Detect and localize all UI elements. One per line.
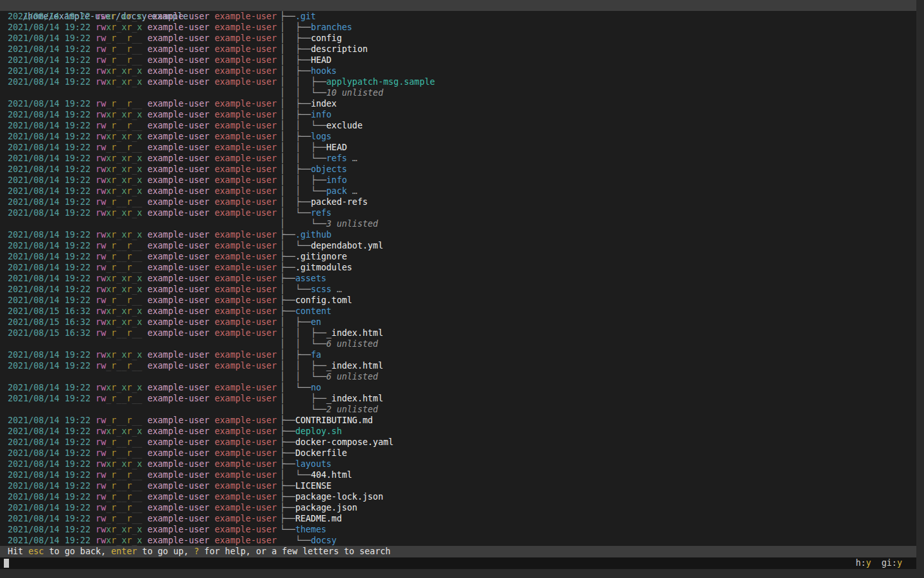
tree-row[interactable]: 2021/08/14 19:22 rwxr_xr_x example-user … <box>0 175 916 186</box>
tree-row[interactable]: 2021/08/14 19:22 rw_r__r__ example-user … <box>0 44 916 55</box>
file-name[interactable]: LICENSE <box>295 481 331 491</box>
tree-row[interactable]: 2021/08/14 19:22 rwxr_xr_x example-user … <box>0 535 916 546</box>
tree-row[interactable]: 2021/08/14 19:22 rw_r__r__ example-user … <box>0 55 916 66</box>
tree-row[interactable]: │ │ └──10 unlisted <box>0 87 916 98</box>
tree-row[interactable]: 2021/08/14 19:22 rwxr_xr_x example-user … <box>0 66 916 76</box>
file-name[interactable]: exclude <box>327 121 363 130</box>
directory-name[interactable]: refs <box>327 153 347 163</box>
row-metadata: 2021/08/14 19:22 rwxr_xr_x example-user … <box>8 207 277 218</box>
tree-row[interactable]: │ └──3 unlisted <box>0 218 916 229</box>
directory-name[interactable]: layouts <box>295 459 331 469</box>
file-name[interactable]: CONTRIBUTING.md <box>295 416 373 425</box>
tree-row[interactable]: 2021/08/14 19:22 rw_r__r__ example-user … <box>0 491 916 502</box>
tree-row[interactable]: 2021/08/14 19:22 rw_r__r__ example-user … <box>0 262 916 273</box>
tree-row[interactable]: 2021/08/14 19:22 rwxr_xr_x example-user … <box>0 186 916 197</box>
tree-row[interactable]: 2021/08/14 19:22 rw_r__r__ example-user … <box>0 480 916 491</box>
file-name[interactable]: .gitmodules <box>295 263 352 272</box>
tree-row[interactable]: 2021/08/14 19:22 rwxr_xr_x example-user … <box>0 76 916 87</box>
executable-file-name[interactable]: deploy.sh <box>295 426 342 436</box>
directory-name[interactable]: info <box>327 175 347 185</box>
tree-row[interactable]: 2021/08/14 19:22 rwxr_xr_x example-user … <box>0 164 916 175</box>
directory-name[interactable]: info <box>311 110 331 119</box>
file-name[interactable]: dependabot.yml <box>311 241 383 250</box>
tree-row[interactable]: 2021/08/14 19:22 rw_r__r__ example-user … <box>0 295 916 306</box>
tree-row[interactable]: 2021/08/14 19:22 rwxr_xr_x example-user … <box>0 11 916 22</box>
tree-row[interactable]: 2021/08/14 19:22 rw_r__r__ example-user … <box>0 251 916 262</box>
file-tree-panel[interactable]: 2021/08/14 19:22 rwxr_xr_x example-user … <box>0 11 916 546</box>
directory-name[interactable]: objects <box>311 164 346 174</box>
file-name[interactable]: docker-compose.yaml <box>295 437 393 447</box>
file-name[interactable]: index <box>311 99 336 109</box>
tree-row[interactable]: 2021/08/14 19:22 rwxr_xr_x example-user … <box>0 349 916 360</box>
row-metadata: 2021/08/14 19:22 rw_r__r__ example-user … <box>8 262 277 273</box>
tree-row[interactable]: │ └──2 unlisted <box>0 404 916 415</box>
directory-name[interactable]: refs <box>311 208 331 218</box>
directory-name[interactable]: .github <box>295 230 331 240</box>
tree-row[interactable]: 2021/08/14 19:22 rw_r__r__ example-user … <box>0 142 916 153</box>
tree-row[interactable]: │ │ └──6 unlisted <box>0 338 916 349</box>
file-name[interactable]: _index.html <box>327 361 384 371</box>
tree-row[interactable]: 2021/08/14 19:22 rwxr_xr_x example-user … <box>0 382 916 393</box>
tree-row[interactable]: 2021/08/14 19:22 rw_r__r__ example-user … <box>0 437 916 448</box>
file-name[interactable]: _index.html <box>327 394 384 403</box>
tree-row[interactable]: 2021/08/14 19:22 rw_r__r__ example-user … <box>0 415 916 426</box>
tree-row[interactable]: 2021/08/14 19:22 rwxr_xr_x example-user … <box>0 109 916 120</box>
tree-row[interactable]: 2021/08/14 19:22 rw_r__r__ example-user … <box>0 98 916 109</box>
file-name[interactable]: 404.html <box>311 470 352 480</box>
tree-row[interactable]: 2021/08/14 19:22 rwxr_xr_x example-user … <box>0 426 916 437</box>
directory-name[interactable]: docsy <box>311 536 336 545</box>
file-name[interactable]: description <box>311 44 368 54</box>
directory-name[interactable]: scss <box>311 285 331 294</box>
tree-row[interactable]: 2021/08/14 19:22 rwxr_xr_x example-user … <box>0 153 916 164</box>
file-name[interactable]: HEAD <box>327 143 347 152</box>
tree-row[interactable]: 2021/08/15 16:32 rwxr_xr_x example-user … <box>0 317 916 328</box>
tree-row[interactable]: 2021/08/14 19:22 rwxr_xr_x example-user … <box>0 273 916 284</box>
tree-row[interactable]: 2021/08/14 19:22 rwxr_xr_x example-user … <box>0 207 916 218</box>
file-name[interactable]: README.md <box>295 514 342 523</box>
file-name[interactable]: config.toml <box>295 295 352 305</box>
tree-row[interactable]: 2021/08/15 16:32 rw_r__r__ example-user … <box>0 328 916 338</box>
tree-row[interactable]: 2021/08/14 19:22 rwxr_xr_x example-user … <box>0 524 916 535</box>
file-name[interactable]: package.json <box>295 503 357 512</box>
file-name[interactable]: config <box>311 33 341 43</box>
tree-row[interactable]: 2021/08/14 19:22 rw_r__r__ example-user … <box>0 197 916 207</box>
directory-name[interactable]: themes <box>295 525 326 534</box>
directory-name[interactable]: en <box>311 317 321 327</box>
tree-row[interactable]: 2021/08/14 19:22 rwxr_xr_x example-user … <box>0 131 916 142</box>
search-input-bar[interactable]: h:y gi:y <box>0 557 916 569</box>
tree-row[interactable]: 2021/08/14 19:22 rw_r__r__ example-user … <box>0 393 916 404</box>
directory-name[interactable]: pack <box>327 186 347 196</box>
directory-name[interactable]: logs <box>311 132 331 141</box>
tree-row[interactable]: 2021/08/14 19:22 rw_r__r__ example-user … <box>0 469 916 480</box>
tree-row[interactable]: 2021/08/15 16:32 rwxr_xr_x example-user … <box>0 306 916 317</box>
row-permissions: rw_r__r__ <box>96 492 142 502</box>
directory-name[interactable]: .git <box>295 12 316 21</box>
tree-row[interactable]: 2021/08/14 19:22 rw_r__r__ example-user … <box>0 502 916 513</box>
tree-row[interactable]: 2021/08/14 19:22 rw_r__r__ example-user … <box>0 448 916 459</box>
tree-row[interactable]: 2021/08/14 19:22 rw_r__r__ example-user … <box>0 120 916 131</box>
tree-row[interactable]: 2021/08/14 19:22 rwxr_xr_x example-user … <box>0 459 916 469</box>
row-metadata: 2021/08/14 19:22 rw_r__r__ example-user … <box>8 240 277 251</box>
tree-row[interactable]: 2021/08/14 19:22 rw_r__r__ example-user … <box>0 33 916 44</box>
tree-row[interactable]: 2021/08/14 19:22 rwxr_xr_x example-user … <box>0 229 916 240</box>
file-name[interactable]: package-lock.json <box>295 492 383 502</box>
file-name[interactable]: .gitignore <box>295 252 347 261</box>
row-owner: example-user <box>148 295 210 305</box>
file-name[interactable]: packed-refs <box>311 197 368 207</box>
tree-row[interactable]: 2021/08/14 19:22 rwxr_xr_x example-user … <box>0 22 916 33</box>
file-name[interactable]: HEAD <box>311 55 331 65</box>
directory-name[interactable]: fa <box>311 350 321 360</box>
executable-file-name[interactable]: applypatch-msg.sample <box>327 77 435 87</box>
directory-name[interactable]: content <box>295 306 331 316</box>
file-name[interactable]: _index.html <box>327 328 384 338</box>
tree-row[interactable]: │ │ └──6 unlisted <box>0 371 916 382</box>
tree-row[interactable]: 2021/08/14 19:22 rw_r__r__ example-user … <box>0 360 916 371</box>
file-name[interactable]: Dockerfile <box>295 448 347 458</box>
directory-name[interactable]: no <box>311 383 321 392</box>
directory-name[interactable]: branches <box>311 22 352 32</box>
tree-row[interactable]: 2021/08/14 19:22 rwxr_xr_x example-user … <box>0 284 916 295</box>
tree-row[interactable]: 2021/08/14 19:22 rw_r__r__ example-user … <box>0 240 916 251</box>
directory-name[interactable]: hooks <box>311 66 336 76</box>
tree-row[interactable]: 2021/08/14 19:22 rw_r__r__ example-user … <box>0 513 916 524</box>
directory-name[interactable]: assets <box>295 274 326 283</box>
